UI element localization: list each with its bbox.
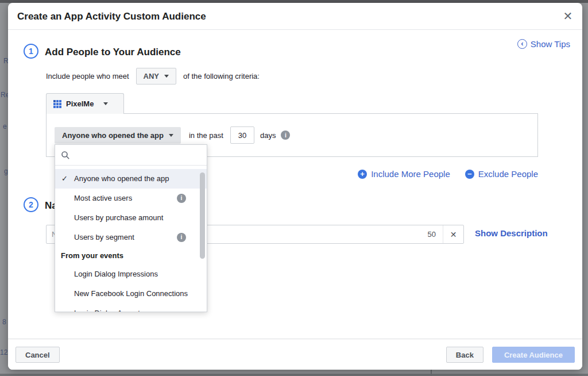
match-type-value: ANY	[144, 72, 159, 80]
option-label: Login Dialog Impressions	[74, 270, 158, 278]
include-prefix-label: Include people who meet	[46, 72, 129, 80]
step-2-badge: 2	[24, 197, 38, 212]
criteria-selected-value: Anyone who opened the app	[62, 131, 164, 140]
option-label: Users by purchase amount	[74, 213, 163, 222]
app-source-label: PixelMe	[66, 99, 94, 108]
show-tips-link[interactable]: ‹ Show Tips	[517, 39, 570, 49]
background-text-fragment: e	[3, 122, 7, 131]
match-criteria-row: Include people who meet ANY of the follo…	[46, 67, 260, 85]
check-icon: ✓	[61, 169, 68, 189]
include-more-label: Include More People	[371, 169, 450, 179]
dropdown-option[interactable]: New Facebook Login Connections	[55, 284, 207, 304]
info-icon[interactable]: i	[177, 233, 186, 242]
scrollbar-thumb[interactable]	[200, 172, 205, 259]
exclude-people-link[interactable]: − Exclude People	[465, 169, 538, 179]
option-label: Users by segment	[74, 233, 134, 241]
caret-down-icon	[169, 134, 173, 139]
option-label: Most active users	[74, 194, 132, 202]
dropdown-search-input[interactable]	[55, 145, 207, 166]
dropdown-option[interactable]: Most active users i	[55, 189, 207, 208]
modal-header: Create an App Activity Custom Audience ✕	[8, 3, 582, 30]
background-text-fragment: 8	[2, 318, 6, 326]
step-1-badge: 1	[24, 44, 38, 59]
audience-links-row: + Include More People − Exclude People	[358, 169, 538, 179]
show-description-link[interactable]: Show Description	[475, 228, 548, 238]
footer-action-group: Back Create Audience	[446, 347, 575, 363]
show-tips-label: Show Tips	[531, 39, 570, 49]
criteria-dropdown-menu: ✓ Anyone who opened the app Most active …	[55, 144, 207, 312]
create-audience-button[interactable]: Create Audience	[492, 347, 575, 363]
backdrop-bottom-strip	[0, 374, 588, 376]
include-more-people-link[interactable]: + Include More People	[358, 169, 450, 179]
minus-circle-icon: −	[465, 170, 474, 179]
back-button[interactable]: Back	[446, 347, 483, 363]
caret-down-icon	[164, 75, 169, 80]
char-count: 50	[428, 230, 443, 239]
dropdown-option-selected[interactable]: ✓ Anyone who opened the app	[55, 169, 207, 189]
chevron-left-icon: ‹	[517, 39, 527, 49]
dropdown-option[interactable]: Login Dialog Impressions	[55, 264, 207, 284]
cancel-button[interactable]: Cancel	[16, 347, 60, 363]
include-suffix-label: of the following criteria:	[183, 72, 260, 80]
dropdown-option[interactable]: Login Dialog Accepts	[55, 304, 207, 312]
app-grid-icon	[53, 100, 61, 108]
option-label: Anyone who opened the app	[74, 174, 169, 183]
search-icon	[61, 151, 70, 160]
in-the-past-label: in the past	[189, 131, 223, 140]
modal-footer: Cancel Back Create Audience	[8, 339, 582, 370]
match-type-dropdown[interactable]: ANY	[136, 68, 176, 85]
criteria-event-dropdown[interactable]: Anyone who opened the app	[55, 127, 181, 144]
info-icon[interactable]: i	[177, 194, 186, 203]
info-icon[interactable]: i	[281, 131, 290, 140]
step-1-heading: Add People to Your Audience	[45, 47, 181, 58]
background-text-fragment: g	[4, 167, 8, 175]
plus-circle-icon: +	[358, 170, 367, 179]
modal-title: Create an App Activity Custom Audience	[17, 11, 206, 22]
close-icon[interactable]: ✕	[560, 9, 575, 24]
exclude-label: Exclude People	[478, 169, 538, 179]
days-label: days	[260, 131, 276, 140]
days-input[interactable]	[230, 126, 254, 144]
dropdown-option[interactable]: Users by purchase amount	[55, 208, 207, 228]
option-label: Login Dialog Accepts	[74, 309, 144, 312]
dropdown-section-header: From your events	[55, 247, 207, 264]
create-audience-modal: Create an App Activity Custom Audience ✕…	[8, 3, 582, 370]
clear-input-icon[interactable]: ✕	[443, 225, 463, 243]
dropdown-option-list: ✓ Anyone who opened the app Most active …	[55, 166, 207, 312]
background-text-fragment: 12	[0, 348, 7, 356]
caret-down-icon	[103, 102, 108, 108]
option-label: New Facebook Login Connections	[74, 289, 188, 298]
dropdown-option[interactable]: Users by segment i	[55, 228, 207, 247]
app-source-dropdown[interactable]: PixelMe	[46, 93, 124, 114]
